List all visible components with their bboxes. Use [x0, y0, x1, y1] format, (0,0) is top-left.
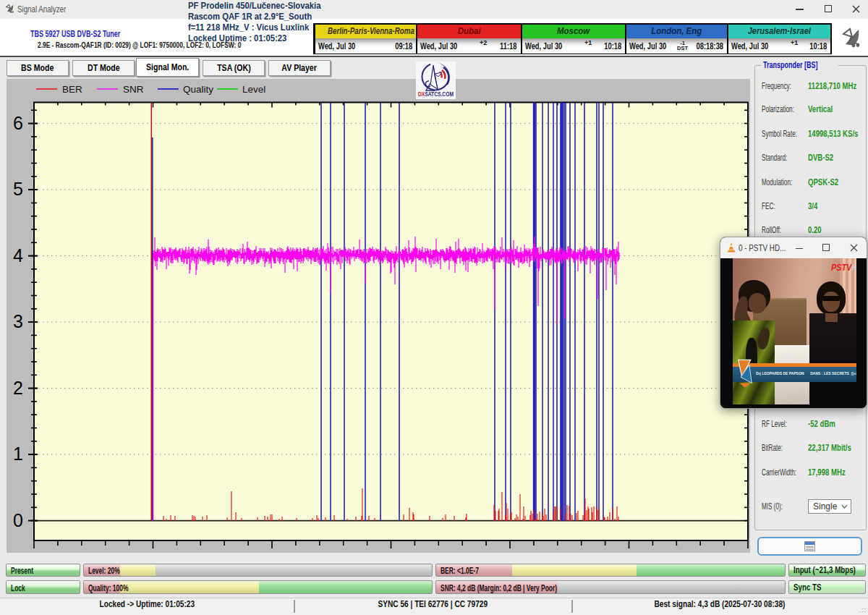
svg-text:6: 6: [13, 113, 23, 133]
svg-text:BER: BER: [62, 84, 82, 95]
svg-text:3: 3: [13, 311, 23, 331]
svg-text:4: 4: [13, 245, 23, 266]
svg-text:1: 1: [13, 444, 23, 464]
svg-text:Quality: Quality: [183, 84, 213, 95]
svg-text:Level: Level: [242, 84, 265, 95]
svg-text:0: 0: [13, 510, 23, 530]
svg-text:SNR: SNR: [123, 84, 144, 95]
svg-text:5: 5: [13, 179, 23, 199]
svg-text:2: 2: [13, 378, 23, 398]
svg-text:DXSATCS.COM: DXSATCS.COM: [418, 90, 454, 98]
